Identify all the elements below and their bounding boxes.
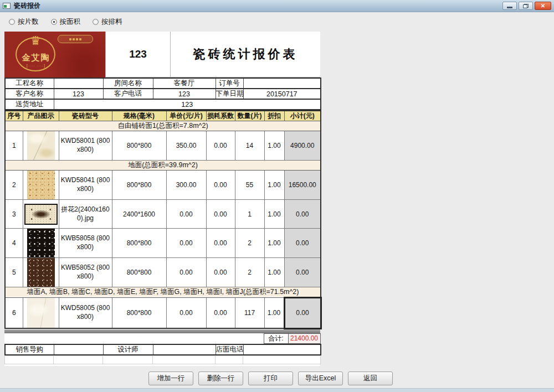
col-quantity: 数量(片) xyxy=(235,111,264,121)
print-button[interactable]: 打印 xyxy=(248,372,293,385)
order-date-value[interactable]: 20150717 xyxy=(243,89,321,99)
pale-marble-tile-image[interactable] xyxy=(27,298,55,328)
quantity-cell[interactable]: 2 xyxy=(235,229,264,258)
sales-guide-label: 销售导购 xyxy=(5,344,54,355)
close-button[interactable]: ✕ xyxy=(535,2,551,10)
tile-spec-cell[interactable]: 800*800 xyxy=(112,258,166,287)
quotation-panel: ♛ 金艾陶 【◦◦◦◦ ◦◦◦◦】 123 瓷砖统计报价表 工程名称 房间名称 … xyxy=(4,32,320,366)
customer-phone-label: 客户电话 xyxy=(103,89,153,99)
product-image-cell[interactable] xyxy=(23,200,59,229)
unit-price-cell[interactable]: 350.00 xyxy=(166,131,206,161)
restore-button[interactable] xyxy=(519,2,533,10)
col-tile-model: 瓷砖型号 xyxy=(59,111,112,121)
mode-radio-by-piece-count[interactable]: 按片数 xyxy=(9,17,39,27)
subtotal-cell[interactable]: 4900.00 xyxy=(284,131,321,161)
row-index-cell[interactable]: 6 xyxy=(5,298,23,329)
minimize-button[interactable] xyxy=(502,2,517,10)
col-unit-price: 单价(元/片) xyxy=(166,111,206,121)
row-index-cell[interactable]: 1 xyxy=(5,131,23,161)
brown-speckle-tile-image[interactable] xyxy=(27,258,55,287)
row-index-cell[interactable]: 5 xyxy=(5,258,23,287)
header-order-number: 123 xyxy=(105,32,171,77)
store-phone-value[interactable] xyxy=(243,344,321,355)
subtotal-cell[interactable]: 16500.00 xyxy=(284,171,321,200)
section-header: 墙面A, 墙面B, 墙面C, 墙面D, 墙面E, 墙面F, 墙面G, 墙面H, … xyxy=(5,287,321,298)
close-icon: ✕ xyxy=(541,3,545,9)
sand-speckle-tile-image[interactable] xyxy=(27,171,55,199)
tile-spec-cell[interactable]: 800*800 xyxy=(112,298,166,329)
subtotal-cell[interactable]: 0.00 xyxy=(284,200,321,229)
room-name-value[interactable]: 客餐厅 xyxy=(153,78,216,89)
discount-cell[interactable]: 1.00 xyxy=(264,258,284,287)
tile-spec-cell[interactable]: 800*800 xyxy=(112,171,166,200)
order-no-value[interactable] xyxy=(243,78,321,89)
table-row: 1KWD58001 (800x800)800*800350.000.00141.… xyxy=(5,131,321,161)
black-speckle-tile-image[interactable] xyxy=(27,229,55,257)
customer-name-value[interactable]: 123 xyxy=(54,89,103,99)
quantity-cell[interactable]: 55 xyxy=(235,171,264,200)
tile-spec-cell[interactable]: 800*800 xyxy=(112,229,166,258)
discount-cell[interactable]: 1.00 xyxy=(264,229,284,258)
unit-price-cell[interactable]: 0.00 xyxy=(166,298,206,329)
row-index-cell[interactable]: 4 xyxy=(5,229,23,258)
loss-factor-cell[interactable]: 0.00 xyxy=(206,131,235,161)
quantity-cell[interactable]: 2 xyxy=(235,258,264,287)
designer-value[interactable] xyxy=(153,344,216,355)
export-excel-button[interactable]: 导出Excel xyxy=(298,372,343,385)
discount-cell[interactable]: 1.00 xyxy=(264,200,284,229)
unit-price-cell[interactable]: 0.00 xyxy=(166,229,206,258)
tile-model-cell[interactable]: KWD58001 (800x800) xyxy=(59,131,112,161)
product-image-cell[interactable] xyxy=(23,229,59,258)
discount-cell[interactable]: 1.00 xyxy=(264,131,284,161)
loss-factor-cell[interactable]: 0.00 xyxy=(206,258,235,287)
restore-icon xyxy=(523,4,529,8)
product-image-cell[interactable] xyxy=(23,171,59,200)
radio-label: 按排料 xyxy=(101,17,122,27)
quantity-cell[interactable]: 1 xyxy=(235,200,264,229)
tile-spec-cell[interactable]: 800*800 xyxy=(112,131,166,161)
medallion-tile-image[interactable] xyxy=(24,204,58,225)
tile-model-cell[interactable]: KWB58058 (800x800) xyxy=(59,229,112,258)
delete-row-button[interactable]: 删除一行 xyxy=(198,372,243,385)
product-image-cell[interactable] xyxy=(23,131,59,161)
table-row: 4KWB58058 (800x800)800*8000.000.0021.000… xyxy=(5,229,321,258)
product-image-cell[interactable] xyxy=(23,298,59,329)
add-row-button[interactable]: 增加一行 xyxy=(148,372,193,385)
row-index-cell[interactable]: 2 xyxy=(5,171,23,200)
customer-phone-value[interactable]: 123 xyxy=(153,89,216,99)
unit-price-cell[interactable]: 0.00 xyxy=(166,200,206,229)
loss-factor-cell[interactable]: 0.00 xyxy=(206,171,235,200)
loss-factor-cell[interactable]: 0.00 xyxy=(206,298,235,329)
quantity-cell[interactable]: 14 xyxy=(235,131,264,161)
minimize-icon xyxy=(507,7,512,8)
tile-spec-cell[interactable]: 2400*1600 xyxy=(112,200,166,229)
delivery-address-value[interactable]: 123 xyxy=(54,99,321,110)
room-name-label: 房间名称 xyxy=(103,78,153,89)
unit-price-cell[interactable]: 300.00 xyxy=(166,171,206,200)
quantity-cell[interactable]: 117 xyxy=(235,298,264,329)
mode-radio-by-area[interactable]: 按面积 xyxy=(51,17,81,27)
discount-cell[interactable]: 1.00 xyxy=(264,298,284,329)
subtotal-cell[interactable]: 0.00 xyxy=(284,229,321,258)
tile-model-cell[interactable]: KWD58005 (800x800) xyxy=(59,298,112,329)
unit-price-cell[interactable]: 0.00 xyxy=(166,258,206,287)
row-index-cell[interactable]: 3 xyxy=(5,200,23,229)
mode-options: 按片数按面积按排料 xyxy=(0,12,554,31)
subtotal-cell[interactable]: 0.00 xyxy=(284,258,321,287)
tile-model-cell[interactable]: KWB58052 (800x800) xyxy=(59,258,112,287)
mode-radio-by-layout[interactable]: 按排料 xyxy=(93,17,122,27)
loss-factor-cell[interactable]: 0.00 xyxy=(206,229,235,258)
sales-guide-value[interactable] xyxy=(54,344,103,355)
back-button[interactable]: 返回 xyxy=(348,372,393,385)
subtotal-cell[interactable]: 0.00 xyxy=(284,298,321,329)
section-header: 自由铺砖面1(总面积=7.8m^2) xyxy=(5,121,321,131)
product-image-cell[interactable] xyxy=(23,258,59,287)
loss-factor-cell[interactable]: 0.00 xyxy=(206,200,235,229)
tile-model-cell[interactable]: KWD58041 (800x800) xyxy=(59,171,112,200)
brand-logo: ♛ 金艾陶 【◦◦◦◦ ◦◦◦◦】 xyxy=(4,32,105,78)
tile-model-cell[interactable]: 拼花2(2400x1600).jpg xyxy=(59,200,112,229)
discount-cell[interactable]: 1.00 xyxy=(264,171,284,200)
project-name-value[interactable] xyxy=(54,78,103,89)
cream-marble-tile-image[interactable] xyxy=(27,131,55,160)
crown-icon: ♛ xyxy=(24,35,47,47)
